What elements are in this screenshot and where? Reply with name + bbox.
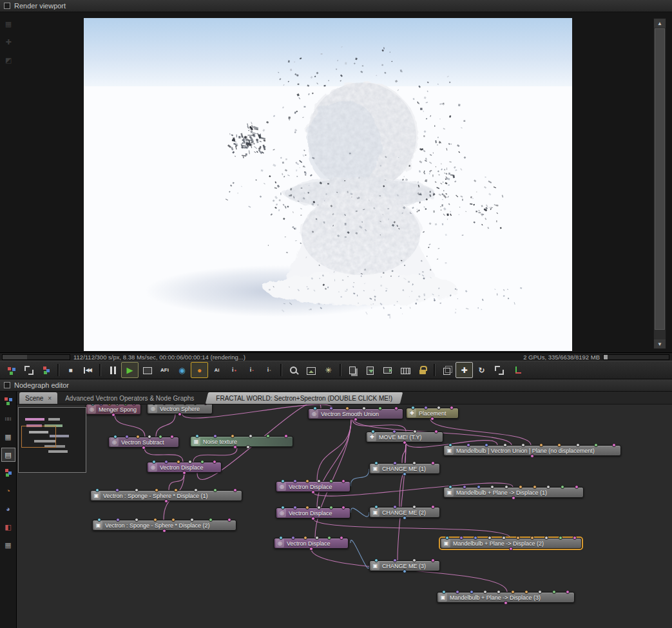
node-change-me-2[interactable]: ▣CHANGE ME (2) — [369, 507, 440, 518]
input-pin[interactable] — [431, 558, 435, 562]
fit-view-icon[interactable] — [20, 362, 37, 378]
input-pin[interactable] — [530, 536, 534, 540]
node-vectron-displace-4[interactable]: ◎Vectron Displace — [274, 538, 349, 549]
input-pin[interactable] — [612, 443, 616, 447]
copy-icon[interactable] — [344, 362, 361, 378]
input-pin[interactable] — [170, 435, 174, 439]
input-pin[interactable] — [516, 536, 520, 540]
node-group-sponge-sphere-1[interactable]: ▣Vectron : Sponge - Sphere * Displace (1… — [90, 490, 242, 501]
input-pin[interactable] — [193, 404, 197, 405]
input-pin[interactable] — [504, 485, 508, 489]
sparkle-icon[interactable]: ✳ — [320, 362, 337, 378]
input-pin[interactable] — [502, 536, 506, 540]
node-mandelbulb-displace-2[interactable]: ▣Mandelbulb + Plane -> Displace (2) — [440, 538, 582, 549]
input-pin[interactable] — [490, 485, 494, 489]
input-pin[interactable] — [524, 590, 528, 594]
input-pin[interactable] — [378, 406, 382, 410]
antialias-toggle[interactable]: AFi — [156, 362, 173, 378]
rotate-tool-icon[interactable]: ↻ — [473, 362, 490, 378]
input-pin[interactable] — [227, 518, 231, 522]
input-pin[interactable] — [573, 536, 577, 540]
input-pin[interactable] — [329, 406, 333, 410]
input-pin[interactable] — [195, 434, 199, 438]
input-pin[interactable] — [470, 590, 474, 594]
input-pin[interactable] — [132, 404, 136, 406]
input-pin[interactable] — [108, 404, 111, 406]
output-pin[interactable] — [403, 569, 407, 573]
input-pin[interactable] — [200, 460, 204, 464]
node-vectron-smooth-union[interactable]: ◎Vectron Smooth Union — [308, 408, 403, 419]
input-pin[interactable] — [521, 443, 525, 447]
input-pin[interactable] — [204, 404, 207, 405]
input-pin[interactable] — [362, 406, 366, 410]
tab-fractal-world-sectron-spectron[interactable]: FRACTAL WORLD: Sectron+Spectron (DOUBLE … — [207, 392, 401, 404]
input-pin[interactable] — [327, 536, 331, 540]
scroll-up-button[interactable]: ▲ — [654, 19, 666, 28]
render-mode-active-icon[interactable]: ● — [191, 362, 208, 378]
input-pin[interactable] — [393, 558, 397, 562]
input-pin[interactable] — [539, 443, 543, 447]
input-pin[interactable] — [231, 434, 235, 438]
vp-mask-icon[interactable]: ◩ — [2, 53, 15, 66]
input-pin[interactable] — [305, 479, 309, 483]
output-pin[interactable] — [311, 517, 315, 520]
node-noise-texture[interactable]: ▦Noise texture — [190, 436, 293, 447]
zoom-tool-icon[interactable] — [285, 362, 302, 378]
input-pin[interactable] — [281, 479, 285, 483]
output-pin[interactable] — [430, 417, 434, 421]
input-pin[interactable] — [411, 406, 415, 410]
bounding-box-icon[interactable] — [438, 362, 456, 378]
input-pin[interactable] — [173, 404, 177, 405]
input-pin[interactable] — [450, 406, 454, 410]
node-mandelbulb-displace-1[interactable]: ▣Mandelbulb + Plane -> Displace (1) — [443, 487, 584, 498]
input-pin[interactable] — [371, 430, 375, 433]
output-pin[interactable] — [162, 529, 166, 533]
input-pin[interactable] — [303, 536, 307, 540]
input-pin[interactable] — [456, 590, 459, 594]
input-pin[interactable] — [341, 506, 345, 509]
input-pin[interactable] — [546, 485, 550, 489]
tab-close-icon[interactable]: × — [48, 395, 52, 402]
input-pin[interactable] — [284, 434, 288, 438]
sphere-tool-icon[interactable]: ◔ — [1, 484, 15, 498]
input-pin[interactable] — [317, 479, 321, 483]
input-pin[interactable] — [445, 536, 449, 540]
input-pin[interactable] — [544, 536, 548, 540]
input-pin[interactable] — [431, 461, 435, 465]
input-pin[interactable] — [393, 461, 397, 465]
node-move-me[interactable]: ✚MOVE ME! (T.Y) — [366, 432, 443, 442]
scrollbar-thumb[interactable] — [655, 28, 665, 330]
input-pin[interactable] — [153, 518, 157, 522]
input-pin[interactable] — [97, 518, 101, 522]
output-pin[interactable] — [246, 445, 250, 449]
input-pin[interactable] — [115, 404, 119, 406]
input-pin[interactable] — [374, 461, 378, 465]
input-pin[interactable] — [374, 505, 378, 509]
input-pin[interactable] — [293, 479, 297, 483]
input-pin[interactable] — [474, 536, 477, 540]
output-pin[interactable] — [182, 471, 186, 475]
input-pin[interactable] — [99, 404, 103, 406]
palette-icon[interactable] — [1, 466, 15, 480]
info-dot-toggle[interactable]: i● — [226, 362, 243, 378]
output-pin[interactable] — [311, 490, 315, 494]
planet-icon[interactable]: ◕ — [1, 502, 15, 516]
input-pin[interactable] — [164, 460, 168, 464]
node-vectron-displace-2[interactable]: ◎Vectron Displace — [276, 481, 350, 492]
output-pin[interactable] — [354, 417, 358, 421]
input-pin[interactable] — [213, 460, 216, 464]
minimap-view-rect[interactable] — [21, 426, 56, 448]
render-mode-sphere-icon[interactable]: ◉ — [173, 362, 191, 378]
output-pin[interactable] — [111, 413, 115, 417]
output-pin[interactable] — [403, 516, 407, 520]
checker-icon[interactable]: ▦ — [1, 430, 15, 444]
vp-grid-icon[interactable]: ▦ — [2, 17, 15, 30]
input-pin[interactable] — [266, 434, 270, 438]
paste-icon[interactable] — [361, 362, 379, 378]
input-pin[interactable] — [317, 506, 321, 509]
input-pin[interactable] — [162, 404, 166, 405]
input-pin[interactable] — [341, 479, 345, 483]
external-monitor-icon[interactable] — [379, 362, 396, 378]
node-mandelbulb-union-plane[interactable]: ▣Mandelbulb | Vectron Union | Plane (no … — [443, 445, 621, 456]
info-a-toggle[interactable]: Ai — [208, 362, 226, 378]
